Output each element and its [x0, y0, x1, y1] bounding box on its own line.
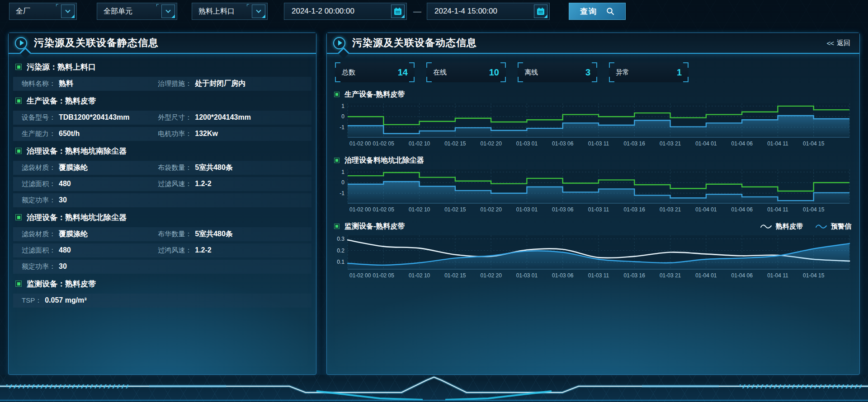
field-label: 过滤面积： [22, 246, 56, 255]
svg-text:01-04 11: 01-04 11 [767, 272, 788, 279]
date-to-input[interactable]: 2024-1-4 15:00:00 [427, 3, 550, 20]
section-bullet-icon [15, 280, 22, 287]
field-label: 电机功率： [158, 130, 192, 138]
svg-text:01-03 16: 01-03 16 [624, 140, 646, 147]
dropdown-arrow-button[interactable] [161, 5, 175, 18]
section-bullet-icon [334, 158, 340, 163]
date-from-input[interactable]: 2024-1-2 00:00:00 [284, 3, 407, 20]
static-info-panel: 污染源及关联设备静态信息 污染源：熟料上料口物料名称：熟料治理措施：处于封闭厂房… [8, 33, 316, 375]
device-stats-row: 总数14在线10离线3异常1 [334, 55, 852, 84]
source-dropdown[interactable]: 熟料上料口 [192, 3, 268, 20]
info-cell: 过鸿风速：1.2-2 [158, 246, 311, 255]
unit-dropdown-value: 全部单元 [104, 7, 132, 16]
section-bullet-icon [334, 224, 340, 229]
corner-bracket [500, 62, 506, 68]
section-bullet-icon [15, 64, 22, 70]
stat-box: 离线3 [518, 62, 597, 82]
svg-text:01-02 10: 01-02 10 [409, 272, 430, 279]
corner-bracket [592, 77, 597, 82]
section-header: 监测设备：熟料皮带 [13, 276, 311, 291]
svg-text:01-02 10: 01-02 10 [409, 206, 430, 213]
field-label: 额定功率： [22, 196, 56, 205]
section-header: 治理设备：熟料地坑北除尘器 [13, 210, 311, 225]
field-label: 布华数量： [158, 230, 192, 238]
corner-bracket [335, 62, 340, 68]
field-value: 处于封闭厂房内 [195, 79, 245, 89]
filter-toolbar: 全厂 全部单元 熟料上料口 2024-1-2 00:00:00 — 2024-1… [0, 0, 868, 23]
field-label: 过滤面积： [22, 180, 56, 188]
info-row: 生产能力：650t/h电机功率：132Kw [13, 127, 311, 141]
field-label: 设备型号： [22, 113, 56, 122]
section-bullet-icon [15, 214, 22, 220]
static-panel-title: 污染源及关联设备静态信息 [34, 36, 159, 50]
corner-bracket [683, 77, 689, 82]
chart-title-row: 治理设备料地坑北除尘器 [334, 154, 852, 167]
svg-text:1: 1 [341, 169, 344, 175]
stat-box: 在线10 [426, 62, 506, 82]
corner-bracket [426, 77, 432, 82]
section-header: 治理设备：熟料地坑南除尘器 [13, 143, 311, 159]
dropdown-arrow-button[interactable] [61, 5, 75, 18]
field-label: 滤袋材质： [22, 164, 56, 172]
static-panel-header: 污染源及关联设备静态信息 [9, 33, 316, 54]
info-cell: 布袋数量：5室共480条 [158, 163, 311, 173]
section-header-label: 治理设备：熟料地坑北除尘器 [27, 212, 127, 223]
stat-value: 10 [489, 67, 499, 78]
svg-text:0: 0 [341, 179, 344, 186]
field-value: 覆膜涤纶 [59, 163, 88, 173]
section-header-label: 监测设备：熟料皮带 [27, 279, 96, 289]
plant-dropdown[interactable]: 全厂 [9, 3, 77, 20]
field-value: 0.057 mg/m³ [45, 296, 86, 304]
info-cell: 生产能力：650t/h [22, 130, 158, 138]
dropdown-arrow-button[interactable] [252, 5, 265, 18]
calendar-button[interactable] [391, 5, 405, 18]
section-bullet-icon [15, 98, 22, 104]
plant-dropdown-value: 全厂 [16, 7, 30, 16]
date-range-separator: — [413, 7, 421, 16]
back-button[interactable]: << 返回 [824, 37, 853, 49]
svg-text:01-02 05: 01-02 05 [373, 206, 395, 213]
svg-text:01-03 06: 01-03 06 [552, 140, 574, 147]
unit-dropdown[interactable]: 全部单元 [97, 3, 177, 20]
search-icon [606, 7, 614, 15]
field-value: 30 [59, 262, 67, 271]
svg-text:0.2: 0.2 [337, 248, 344, 254]
info-cell: 额定功率：30 [22, 262, 158, 271]
info-row: 滤袋材质：覆膜涤纶布袋数量：5室共480条 [13, 161, 311, 175]
chart-svg: 0.30.20.101-02 0001-02 0501-02 1001-02 1… [334, 233, 852, 280]
back-button-label: 返回 [837, 39, 850, 47]
legend-label: 预警信 [831, 222, 851, 231]
calendar-icon [393, 7, 402, 16]
info-cell: 滤袋材质：覆膜涤纶 [22, 163, 158, 173]
svg-text:01-02 00: 01-02 00 [349, 140, 371, 147]
info-row: 设备型号：TDB1200*204143mm外型尺寸：1200*204143mm [13, 111, 311, 125]
charts-area: 总数14在线10离线3异常1 生产设备-熟料皮带10-101-02 0001-0… [327, 54, 859, 282]
squiggle-line-icon [760, 224, 772, 229]
svg-text:01-02 05: 01-02 05 [373, 272, 395, 279]
info-cell: 滤袋材质：覆膜涤纶 [22, 229, 158, 239]
section-bullet-icon [334, 92, 340, 97]
stat-label: 离线 [524, 68, 538, 77]
svg-text:01-04 01: 01-04 01 [695, 272, 717, 279]
info-cell: 设备型号：TDB1200*204143mm [22, 113, 158, 122]
dynamic-panel-header: 污染源及关联设备动态信息 << 返回 [327, 33, 859, 54]
static-info-list: 污染源：熟料上料口物料名称：熟料治理措施：处于封闭厂房内生产设备：熟料皮带设备型… [9, 54, 316, 315]
section-header-label: 污染源：熟料上料口 [27, 62, 96, 72]
info-cell: 物料名称：熟料 [22, 79, 158, 89]
chart-block: 治理设备料地坑北除尘器10-101-02 0001-02 0501-02 100… [334, 154, 852, 216]
svg-text:01-03 06: 01-03 06 [552, 272, 574, 279]
dynamic-info-panel: 污染源及关联设备动态信息 << 返回 总数14在线10离线3异常1 生产设备-熟… [326, 33, 860, 375]
query-button[interactable]: 查询 [569, 3, 626, 20]
info-row: 滤袋材质：覆膜涤纶布华数量：5室共480条 [13, 227, 311, 241]
svg-text:01-02 00: 01-02 00 [349, 206, 371, 213]
info-cell: 布华数量：5室共480条 [158, 229, 311, 239]
field-label: 治理措施： [158, 79, 192, 88]
svg-text:01-04 06: 01-04 06 [731, 272, 753, 279]
corner-bracket [500, 77, 506, 82]
chevron-down-icon [65, 8, 70, 13]
info-cell: 外型尺寸：1200*204143mm [158, 113, 311, 122]
svg-text:01-04 15: 01-04 15 [803, 272, 825, 279]
calendar-button[interactable] [534, 5, 547, 18]
main-content: 污染源及关联设备静态信息 污染源：熟料上料口物料名称：熟料治理措施：处于封闭厂房… [0, 23, 868, 375]
footer-decoration [0, 375, 868, 402]
